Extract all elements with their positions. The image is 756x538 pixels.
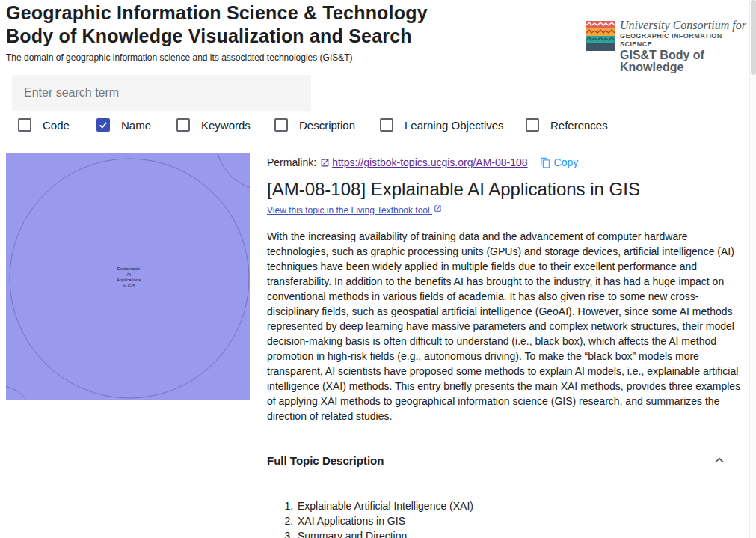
topic-circle-visualization: Explainable AI Applications in GIS (6, 153, 250, 400)
permalink-label: Permalink: (267, 156, 316, 168)
full-topic-description-header: Full Topic Description (267, 452, 750, 468)
checkbox-label-description[interactable]: Description (299, 119, 355, 132)
filter-learning-objectives[interactable]: Learning Objectives (380, 118, 504, 132)
permalink-url-text[interactable]: https://gistbok-topics.ucgis.org/AM-08-1… (332, 156, 527, 168)
viz-background (6, 153, 250, 400)
list-item: Explainable Artificial Intelligence (XAI… (296, 498, 750, 513)
filter-name[interactable]: Name (96, 118, 151, 132)
logo-line-3: GIS&T Body of Knowledge (620, 49, 756, 73)
filter-references[interactable]: References (526, 118, 608, 132)
search-field (12, 75, 311, 111)
checkbox-name[interactable] (96, 118, 110, 132)
page-title-line2: Body of Knowledge Visualization and Sear… (6, 25, 428, 48)
checkbox-label-references[interactable]: References (550, 119, 608, 132)
search-input[interactable] (12, 75, 311, 111)
list-item: XAI Applications in GIS (296, 513, 750, 528)
checkbox-description[interactable] (274, 118, 288, 132)
page-title: Geographic Information Science & Technol… (6, 1, 428, 48)
logo-line-2: GEOGRAPHIC INFORMATION SCIENCE (620, 32, 756, 49)
filter-keywords[interactable]: Keywords (176, 118, 251, 132)
page-header: Geographic Information Science & Technol… (6, 1, 428, 63)
topic-abstract: With the increasing availability of trai… (267, 229, 750, 424)
page-scrollbar[interactable] (749, 0, 756, 538)
checkbox-label-name[interactable]: Name (121, 119, 151, 132)
topic-title: [AM-08-108] Explainable AI Applications … (267, 178, 750, 201)
copy-button-label[interactable]: Copy (554, 156, 579, 168)
living-textbook-link-text[interactable]: View this topic in the Living Textbook t… (267, 205, 432, 215)
page-subtitle: The domain of geographic information sci… (6, 52, 428, 63)
checkmark-icon (98, 120, 108, 130)
checkbox-keywords[interactable] (176, 118, 190, 132)
ucgis-logo-icon (586, 21, 615, 51)
filter-description[interactable]: Description (274, 118, 355, 132)
section-title: Full Topic Description (267, 454, 384, 467)
page-title-line1: Geographic Information Science & Technol… (6, 1, 428, 25)
checkbox-references[interactable] (526, 118, 539, 132)
copy-permalink-button[interactable]: Copy (540, 156, 579, 168)
ucgis-logo: University Consortium for GEOGRAPHIC INF… (586, 19, 756, 73)
permalink-row: Permalink: https://gistbok-topics.ucgis.… (267, 156, 750, 168)
permalink-url-link[interactable]: https://gistbok-topics.ucgis.org/AM-08-1… (320, 156, 527, 168)
topic-detail-panel: Permalink: https://gistbok-topics.ucgis.… (267, 153, 750, 538)
copy-icon (540, 157, 551, 168)
chevron-up-icon (711, 452, 728, 468)
checkbox-learning-objectives[interactable] (380, 118, 393, 132)
page: Geographic Information Science & Technol… (0, 0, 756, 538)
topic-outline-list: Explainable Artificial Intelligence (XAI… (267, 498, 750, 538)
checkbox-label-code[interactable]: Code (43, 119, 70, 132)
checkbox-code[interactable] (18, 118, 31, 132)
external-link-icon (434, 204, 442, 213)
external-link-icon (320, 158, 330, 168)
list-item: Summary and Direction (296, 528, 750, 538)
checkbox-label-learning-objectives[interactable]: Learning Objectives (405, 119, 504, 132)
ucgis-logo-text: University Consortium for GEOGRAPHIC INF… (620, 19, 756, 73)
scrollbar-thumb[interactable] (751, 0, 756, 75)
filter-code[interactable]: Code (18, 118, 70, 132)
search-filter-row: Code Name Keywords Description Learning … (0, 118, 756, 139)
checkbox-label-keywords[interactable]: Keywords (201, 119, 251, 132)
living-textbook-link[interactable]: View this topic in the Living Textbook t… (267, 205, 442, 215)
collapse-section-button[interactable] (711, 452, 728, 468)
logo-line-1: University Consortium for (620, 19, 756, 31)
